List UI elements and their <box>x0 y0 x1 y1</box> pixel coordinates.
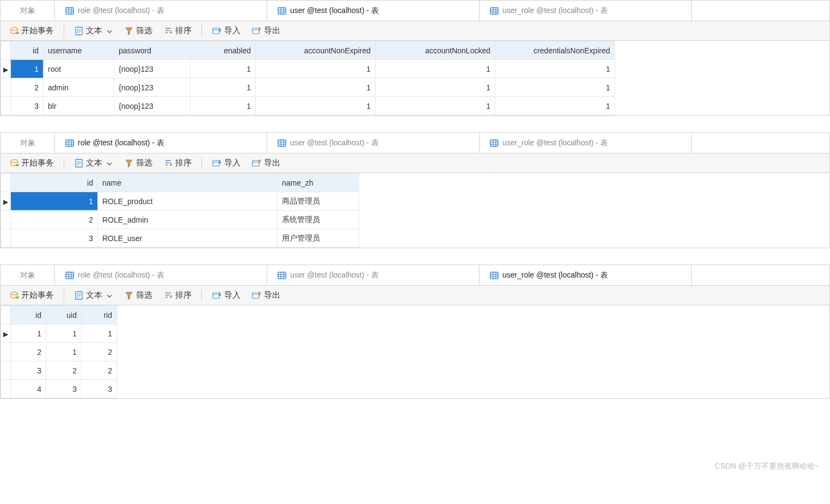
cell[interactable]: 2 <box>82 343 117 361</box>
cell[interactable]: 1 <box>46 324 82 343</box>
cell[interactable]: 1 <box>495 78 615 97</box>
cell[interactable]: 1 <box>190 60 256 78</box>
col-uid[interactable]: uid <box>46 306 82 324</box>
cell[interactable]: 系统管理员 <box>278 211 359 229</box>
cell[interactable]: 1 <box>256 78 376 97</box>
table-row[interactable]: 2 ROLE_admin 系统管理员 <box>1 211 359 229</box>
cell[interactable]: 2 <box>11 343 46 361</box>
table-row[interactable]: 3 ROLE_user 用户管理员 <box>1 229 359 248</box>
cell[interactable]: 1 <box>376 97 495 115</box>
text-icon <box>74 291 84 300</box>
cell[interactable]: 1 <box>376 60 495 78</box>
cell[interactable]: 1 <box>11 192 98 211</box>
tab-objects[interactable]: 对象 <box>1 133 55 153</box>
cell[interactable]: 3 <box>11 229 98 248</box>
cell[interactable]: root <box>44 60 114 78</box>
cell[interactable]: 用户管理员 <box>278 229 359 248</box>
table-row[interactable]: ▶ 1 ROLE_product 商品管理员 <box>1 192 359 211</box>
tab-role[interactable]: role @test (localhost) - 表 <box>55 265 267 285</box>
cell[interactable]: 3 <box>11 361 46 380</box>
table-row[interactable]: 3 blr {noop}123 1 1 1 1 <box>1 97 615 115</box>
cell[interactable]: 1 <box>46 343 82 361</box>
data-grid-user-role[interactable]: id uid rid ▶ 1 1 1 2 1 2 3 2 2 4 3 3 <box>1 305 117 398</box>
begin-transaction-button[interactable]: 开始事务 <box>6 24 57 37</box>
cell[interactable]: 1 <box>11 60 44 78</box>
col-name[interactable]: name <box>98 174 278 192</box>
cell[interactable]: 2 <box>11 78 44 97</box>
tab-objects[interactable]: 对象 <box>1 1 55 21</box>
import-button[interactable]: 导入 <box>208 289 244 302</box>
cell[interactable]: {noop}123 <box>114 97 190 115</box>
cell[interactable]: 1 <box>256 60 376 78</box>
table-row[interactable]: 4 3 3 <box>1 380 117 398</box>
col-id[interactable]: id <box>11 174 98 192</box>
col-id[interactable]: id <box>11 306 46 324</box>
col-password[interactable]: password <box>114 41 190 60</box>
cell[interactable]: 4 <box>11 380 46 398</box>
cell[interactable]: 1 <box>256 97 376 115</box>
text-button[interactable]: 文本 <box>71 289 116 302</box>
col-credentialsNonExpired[interactable]: credentialsNonExpired <box>495 41 615 60</box>
export-button[interactable]: 导出 <box>248 289 284 302</box>
filter-button[interactable]: 筛选 <box>121 24 156 37</box>
table-row[interactable]: ▶ 1 1 1 <box>1 324 117 343</box>
cell[interactable]: 3 <box>82 380 117 398</box>
data-grid-user[interactable]: id username password enabled accountNonE… <box>1 41 615 115</box>
text-button[interactable]: 文本 <box>71 24 116 37</box>
cell[interactable]: 1 <box>190 78 256 97</box>
col-rid[interactable]: rid <box>82 306 117 324</box>
import-button[interactable]: 导入 <box>208 24 244 37</box>
cell[interactable]: 1 <box>495 60 615 78</box>
table-row[interactable]: 3 2 2 <box>1 361 117 380</box>
begin-transaction-button[interactable]: 开始事务 <box>6 157 57 169</box>
cell[interactable]: blr <box>44 97 114 115</box>
col-name-zh[interactable]: name_zh <box>278 174 359 192</box>
cell[interactable]: {noop}123 <box>114 60 190 78</box>
export-button[interactable]: 导出 <box>248 24 284 37</box>
cell[interactable]: 2 <box>82 361 117 380</box>
cell[interactable]: ROLE_product <box>98 192 278 211</box>
cell[interactable]: 1 <box>190 97 256 115</box>
tab-user-role[interactable]: user_role @test (localhost) - 表 <box>479 133 692 153</box>
cell[interactable]: 商品管理员 <box>278 192 359 211</box>
cell[interactable]: 1 <box>11 324 46 343</box>
col-accountNonExpired[interactable]: accountNonExpired <box>256 41 376 60</box>
col-username[interactable]: username <box>44 41 114 60</box>
tab-user[interactable]: user @test (localhost) - 表 <box>267 265 479 285</box>
panel-role: 对象 role @test (localhost) - 表 user @test… <box>0 132 830 248</box>
tab-user-role[interactable]: user_role @test (localhost) - 表 <box>479 1 692 21</box>
col-id[interactable]: id <box>11 41 44 60</box>
cell[interactable]: 1 <box>376 78 495 97</box>
cell[interactable]: admin <box>44 78 114 97</box>
table-row[interactable]: ▶ 1 root {noop}123 1 1 1 1 <box>1 60 615 78</box>
col-accountNonLocked[interactable]: accountNonLocked <box>376 41 495 60</box>
sort-button[interactable]: 排序 <box>160 289 195 302</box>
data-grid-role[interactable]: id name name_zh ▶ 1 ROLE_product 商品管理员 2… <box>1 173 359 248</box>
cell[interactable]: 2 <box>46 361 82 380</box>
cell[interactable]: 3 <box>11 97 44 115</box>
tab-user[interactable]: user @test (localhost) - 表 <box>267 133 479 153</box>
table-row[interactable]: 2 admin {noop}123 1 1 1 1 <box>1 78 615 97</box>
tab-objects[interactable]: 对象 <box>1 265 55 285</box>
tab-user-role[interactable]: user_role @test (localhost) - 表 <box>479 265 692 285</box>
cell[interactable]: 1 <box>495 97 615 115</box>
cell[interactable]: {noop}123 <box>114 78 190 97</box>
begin-transaction-button[interactable]: 开始事务 <box>6 289 57 302</box>
table-row[interactable]: 2 1 2 <box>1 343 117 361</box>
import-button[interactable]: 导入 <box>208 157 244 169</box>
sort-button[interactable]: 排序 <box>160 157 195 169</box>
export-button[interactable]: 导出 <box>248 157 284 169</box>
filter-button[interactable]: 筛选 <box>121 289 156 302</box>
col-enabled[interactable]: enabled <box>190 41 256 60</box>
filter-button[interactable]: 筛选 <box>121 157 156 169</box>
text-button[interactable]: 文本 <box>71 157 116 169</box>
cell[interactable]: 1 <box>82 324 117 343</box>
tab-role[interactable]: role @test (localhost) - 表 <box>55 133 267 153</box>
tab-role[interactable]: role @test (localhost) - 表 <box>55 1 267 21</box>
cell[interactable]: 2 <box>11 211 98 229</box>
sort-button[interactable]: 排序 <box>160 24 195 37</box>
cell[interactable]: ROLE_admin <box>98 211 278 229</box>
tab-user[interactable]: user @test (localhost) - 表 <box>267 1 479 21</box>
cell[interactable]: ROLE_user <box>98 229 278 248</box>
cell[interactable]: 3 <box>46 380 82 398</box>
